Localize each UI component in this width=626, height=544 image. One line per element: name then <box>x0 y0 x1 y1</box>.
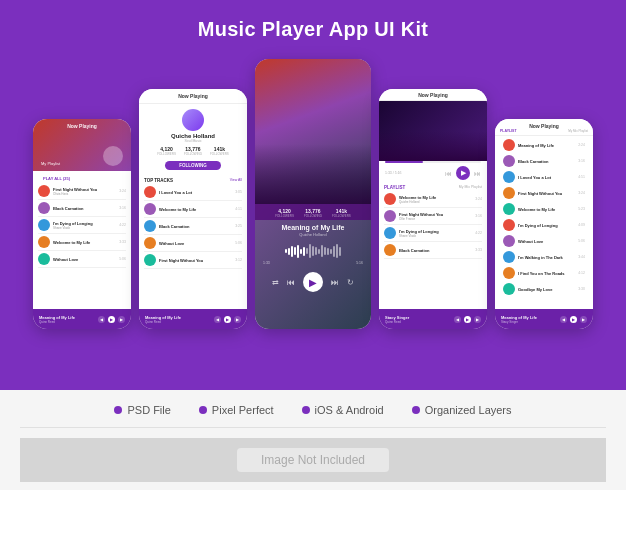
play-btn-1[interactable]: ▶ <box>108 316 115 323</box>
phone4-playlist-name: My Mix Playlist <box>459 185 482 190</box>
prev-btn-1[interactable]: ◀ <box>98 316 105 323</box>
play-btn-3[interactable]: ▶ <box>303 272 323 292</box>
ph5-s7[interactable]: Without Love 5:06 <box>498 233 590 249</box>
song-row-3[interactable]: I'm Dying of Longing Shane Vlado 4:22 <box>38 217 126 234</box>
phone1-play-all[interactable]: PLAY ALL (25) <box>43 176 70 181</box>
wbar-16 <box>333 246 335 257</box>
next-4[interactable]: ▶ <box>474 316 481 323</box>
song-dur-4: 3:33 <box>119 240 126 244</box>
stat-label-2: FOLLOWERS <box>210 152 229 156</box>
phone2-profile: Quiche Holland Soul Music 4,120 FOLLOWER… <box>139 104 247 175</box>
ph5-sn6: I'm Dying of Longing <box>518 223 575 228</box>
phone5-playlist-row: PLAYLIST My Mix Playlist <box>500 129 588 133</box>
time-total: 5:16 <box>356 261 363 265</box>
track-row-5[interactable]: First Night Without You 3:12 <box>144 252 242 269</box>
phone2-current-song: Meaning of My Life Quinn Reed <box>145 315 211 324</box>
phone3-artist: Quiche Holland <box>255 232 371 237</box>
song-row-5[interactable]: Without Love 5:06 <box>38 251 126 268</box>
track-dur-5: 3:12 <box>235 258 242 262</box>
play-5[interactable]: ▶ <box>570 316 577 323</box>
ph4-song-4[interactable]: Black Carnation 3:33 <box>384 242 482 259</box>
phone2-header: Now Playing <box>139 89 247 104</box>
ph4-song-3[interactable]: I'm Dying of Longing Shane Vlado 4:22 <box>384 225 482 242</box>
next-5[interactable]: ▶ <box>580 316 587 323</box>
prev-5[interactable]: ◀ <box>560 316 567 323</box>
phone4-playlist-header: PLAYLIST My Mix Playlist <box>379 183 487 191</box>
ph5-ic2 <box>503 155 515 167</box>
repeat-btn[interactable]: ↻ <box>347 278 354 287</box>
song-row-4[interactable]: Welcome to My Life 3:33 <box>38 234 126 251</box>
play-btn-2[interactable]: ▶ <box>224 316 231 323</box>
phone5-current: Meaning of My Life Stacy Singer <box>501 315 557 324</box>
ph5-ic6 <box>503 219 515 231</box>
follow-button[interactable]: FOLLOWING <box>165 161 221 170</box>
shuffle-btn[interactable]: ⇄ <box>272 278 279 287</box>
wbar-0 <box>285 249 287 253</box>
image-not-included-bar: Image Not Included <box>20 438 606 482</box>
ph4-artist-1: Quiche Holland <box>399 200 472 204</box>
song-icon-1 <box>38 185 50 197</box>
ph5-sd9: 4:12 <box>578 271 585 275</box>
phone3-waveform <box>255 241 371 261</box>
ph4-next[interactable]: ⏭ <box>474 170 481 177</box>
phone1-header: Now Playing My Playlist <box>33 119 131 171</box>
ph4-song-2[interactable]: First Night Without You Ollie France 3:1… <box>384 208 482 225</box>
track-row-4[interactable]: Without Love 5:06 <box>144 235 242 252</box>
phone3-image <box>255 59 371 204</box>
image-not-included-text: Image Not Included <box>237 448 389 472</box>
song-row-2[interactable]: Black Carnation 3:16 <box>38 200 126 217</box>
ph5-s4[interactable]: First Night Without You 3:24 <box>498 185 590 201</box>
wbar-15 <box>330 249 332 254</box>
prev-btn-3[interactable]: ⏮ <box>287 278 295 287</box>
ph5-s2[interactable]: Black Carnation 3:16 <box>498 153 590 169</box>
ph5-s3[interactable]: I Loved You a Lot 4:51 <box>498 169 590 185</box>
track-icon-2 <box>144 203 156 215</box>
song-artist-3: Shane Vlado <box>53 226 116 230</box>
track-info-3: Black Carnation <box>159 224 232 229</box>
ph5-ic8 <box>503 251 515 263</box>
next-btn-3[interactable]: ⏭ <box>331 278 339 287</box>
song-row-1[interactable]: First Night Without You Olivia Haris 3:2… <box>38 183 126 200</box>
ph5-s5[interactable]: Welcome to My Life 5:23 <box>498 201 590 217</box>
ph5-si10: Goodbye My Love <box>518 287 575 292</box>
track-info-2: Welcome to My Life <box>159 207 232 212</box>
ph5-s6[interactable]: I'm Dying of Longing 4:09 <box>498 217 590 233</box>
ph4-info-2: First Night Without You Ollie France <box>399 212 472 221</box>
ph4-play[interactable]: ▶ <box>456 166 470 180</box>
ph5-ic10 <box>503 283 515 295</box>
next-btn-2[interactable]: ▶ <box>234 316 241 323</box>
phone4-playlist-label: PLAYLIST <box>384 185 405 190</box>
ph5-s1[interactable]: Meaning of My Life 2:24 <box>498 137 590 153</box>
track-row-1[interactable]: I Loved You a Lot 3:05 <box>144 184 242 201</box>
play-4[interactable]: ▶ <box>464 316 471 323</box>
wbar-8 <box>309 244 311 258</box>
ph4-song-1[interactable]: Welcome to My Life Quiche Holland 3:24 <box>384 191 482 208</box>
next-btn-1[interactable]: ▶ <box>118 316 125 323</box>
track-name-1: I Loved You a Lot <box>159 190 232 195</box>
prev-btn-2[interactable]: ◀ <box>214 316 221 323</box>
prev-4[interactable]: ◀ <box>454 316 461 323</box>
phone4-time-label: 1:33 / 5:16 <box>385 171 402 175</box>
ph5-s8[interactable]: I'm Walking in The Dark 3:44 <box>498 249 590 265</box>
wbar-9 <box>312 246 314 256</box>
ph5-s9[interactable]: I Find You on The Roads 4:12 <box>498 265 590 281</box>
ph4-prev[interactable]: ⏮ <box>445 170 452 177</box>
track-row-3[interactable]: Black Carnation 3:25 <box>144 218 242 235</box>
phone-1: Now Playing My Playlist PLAY ALL (25) Fi… <box>33 119 131 329</box>
phone4-ctrl: ◀ ▶ ▶ <box>454 316 481 323</box>
ph4-dur-2: 3:16 <box>475 214 482 218</box>
phone-3: 4,120 FOLLOWERS 13,776 FOLLOWING 141k FO… <box>255 59 371 329</box>
ph4-dur-3: 4:22 <box>475 231 482 235</box>
wbar-5 <box>300 249 302 254</box>
track-name-5: First Night Without You <box>159 258 232 263</box>
phone1-current-song: Meaning of My Life Quinn Reed <box>39 315 95 324</box>
track-row-2[interactable]: Welcome to My Life 4:11 <box>144 201 242 218</box>
ph5-s10[interactable]: Goodbye My Love 3:30 <box>498 281 590 297</box>
feature-layers: Organized Layers <box>412 404 512 416</box>
feature-pixel: Pixel Perfect <box>199 404 274 416</box>
ph5-sd5: 5:23 <box>578 207 585 211</box>
track-name-4: Without Love <box>159 241 232 246</box>
ph5-sd2: 3:16 <box>578 159 585 163</box>
phone4-bottom-artist: Quinn Reed <box>385 320 451 324</box>
see-all-link[interactable]: View All <box>230 178 242 183</box>
